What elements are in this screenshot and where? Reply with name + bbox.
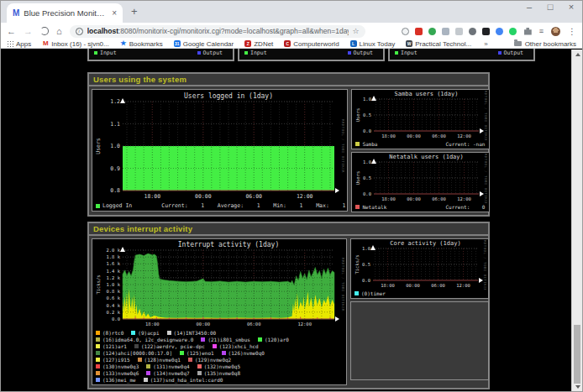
empty-panel: [350, 301, 489, 380]
url-host: localhost: [87, 27, 118, 35]
frame-extension-icon[interactable]: [455, 28, 463, 35]
legend-swatch: [348, 51, 351, 55]
scroll-down-arrow-icon[interactable]: [572, 382, 583, 392]
cutoff-graph-box: InputOutput: [87, 49, 234, 61]
scrollbar-thumb[interactable]: [574, 325, 580, 384]
browser-toolbar: ← → ⌂ i localhost:8080/monitorix-cgi/mon…: [0, 23, 583, 39]
new-tab-button[interactable]: +: [131, 5, 138, 18]
bookmark-item[interactable]: ★Bookmarks: [120, 40, 163, 48]
cutoff-graph-box: InputOutput: [388, 49, 535, 61]
profile-avatar[interactable]: [551, 27, 560, 36]
users-logged-in-graph-panel: 18:0000:0006:0012:000.80.91.01.11.2Users…: [92, 89, 348, 212]
svg-text:Samba users (1day): Samba users (1day): [395, 91, 459, 97]
bookmark-item[interactable]: ZZDNet: [244, 40, 273, 48]
legend-swatch: [258, 337, 262, 342]
bookmark-item[interactable]: CComputerworld: [284, 40, 339, 48]
svg-text:Core activity (1day): Core activity (1day): [390, 240, 460, 247]
netatalk-users-chart: 18:0000:0006:0012:000.00.51.0Netatalk us…: [354, 154, 487, 203]
computerworld-icon: C: [284, 40, 291, 47]
chat-extension-icon[interactable]: [509, 28, 517, 35]
section-title: Users using the system: [93, 75, 186, 84]
legend-item: Logged In: [96, 203, 132, 209]
url-text: localhost:8080/monitorix-cgi/monitorix.c…: [87, 27, 349, 35]
legend-item: (14)INT3450:00: [167, 330, 217, 336]
bookmark-item[interactable]: LLinux Today: [350, 40, 396, 48]
page-info-icon[interactable]: i: [76, 28, 83, 35]
legend-item: Input: [395, 50, 418, 56]
bookmark-item[interactable]: WPractical Technol...: [406, 40, 471, 48]
tab-close-icon[interactable]: ×: [112, 8, 117, 18]
legend-item: (126)nvme0q0: [222, 350, 265, 356]
browser-menu-icon[interactable]: ⋮: [568, 27, 576, 36]
monitorix-page: InputOutputInputOutputInputOutput Users …: [0, 50, 583, 392]
netatalk-users-graph-panel: 18:0000:0006:0012:000.00.51.0Netatalk us…: [351, 152, 490, 212]
home-icon[interactable]: ⌂: [56, 27, 62, 36]
legend-item: Output: [498, 50, 523, 56]
svg-text:0.9: 0.9: [110, 165, 120, 172]
bookmark-item[interactable]: 31Google Calendar: [174, 40, 234, 48]
dark-extension-icon[interactable]: [482, 28, 490, 35]
minimize-button[interactable]: –: [524, 2, 534, 12]
folder-icon: [514, 41, 522, 46]
globe-extension-icon[interactable]: [428, 28, 436, 35]
bookmark-label: Bookmarks: [129, 40, 163, 48]
legend-swatch: [197, 371, 202, 375]
bookmark-star-icon[interactable]: ☆: [353, 27, 360, 35]
legend-item: (127)i915: [96, 357, 130, 363]
legend-item: (121)ar1: [96, 343, 127, 349]
address-bar[interactable]: i localhost:8080/monitorix-cgi/monitorix…: [70, 25, 365, 38]
bookmark-label: Practical Technol...: [415, 40, 471, 48]
svg-text:12:00: 12:00: [297, 193, 313, 200]
bookmarks-overflow-chevron[interactable]: »: [484, 40, 487, 48]
close-button[interactable]: ×: [566, 2, 576, 12]
svg-text:06:00: 06:00: [433, 196, 447, 201]
legend-item: (131)nvme0q4: [146, 363, 189, 369]
svg-text:RRDTOOL / TOBI OETIKER: RRDTOOL / TOBI OETIKER: [484, 154, 487, 203]
svg-text:1.0: 1.0: [363, 97, 371, 102]
svg-text:06:00: 06:00: [245, 193, 262, 200]
scroll-up-arrow-icon[interactable]: [572, 50, 583, 60]
tab-search-icon[interactable]: ≡: [539, 27, 544, 35]
meet-extension-icon[interactable]: [496, 28, 503, 35]
pages-extension-icon[interactable]: [442, 28, 449, 35]
legend-stats: Current: 0: [445, 204, 485, 210]
svg-text:00:00: 00:00: [407, 133, 422, 139]
svg-text:00:00: 00:00: [197, 321, 211, 327]
svg-text:Users: Users: [95, 138, 102, 154]
svg-text:Ticks/s: Ticks/s: [355, 254, 360, 274]
legend-swatch: [96, 344, 100, 348]
svg-text:18:00: 18:00: [382, 196, 397, 201]
svg-text:0.5: 0.5: [362, 262, 370, 267]
legend-swatch: [134, 344, 139, 348]
svg-text:0.8: 0.8: [110, 187, 120, 194]
interrupt-activity-legend: (8)rtc0(9)acpi(14)INT3450:00(16)idma64.0…: [94, 330, 344, 383]
svg-text:00:00: 00:00: [406, 283, 420, 288]
mail-extension-icon[interactable]: [415, 28, 423, 35]
svg-text:18:00: 18:00: [382, 133, 397, 139]
svg-text:RRDTOOL / TOBI OETIKER: RRDTOOL / TOBI OETIKER: [483, 240, 486, 290]
back-icon[interactable]: ←: [7, 27, 16, 36]
bookmark-item[interactable]: Apps: [7, 40, 31, 48]
other-bookmarks-button[interactable]: Other bookmarks: [514, 40, 576, 48]
svg-text:RRDTOOL / TOBI OETIKER: RRDTOOL / TOBI OETIKER: [341, 119, 344, 173]
cast-extension-icon[interactable]: [469, 28, 476, 35]
gmail-m-icon: M: [42, 40, 49, 47]
reload-icon[interactable]: [40, 27, 49, 35]
maximize-button[interactable]: □: [545, 2, 555, 12]
extensions-puzzle-icon[interactable]: [524, 28, 532, 35]
page-scrollbar[interactable]: [571, 50, 583, 392]
window-controls: – □ ×: [524, 2, 576, 12]
legend-item: Samba: [355, 141, 377, 147]
legend-swatch: [188, 358, 192, 362]
svg-text:1.6 k: 1.6 k: [106, 261, 120, 266]
forward-icon[interactable]: →: [24, 27, 33, 36]
users-logged-in-legend: Logged InCurrent: 1 Average: 1 Min: 1 Ma…: [94, 203, 345, 209]
search-extension-icon[interactable]: [402, 28, 409, 35]
svg-text:0.5: 0.5: [363, 112, 371, 118]
browser-tab[interactable]: M Blue Precision Monitorix ×: [7, 3, 123, 23]
svg-text:00:00: 00:00: [195, 193, 212, 200]
legend-item: Output: [348, 50, 373, 56]
samba-users-legend: SambaCurrent: -nan: [354, 141, 487, 147]
star-icon: ★: [120, 40, 127, 47]
bookmark-item[interactable]: MInbox (16) - sjvn0...: [42, 40, 108, 48]
